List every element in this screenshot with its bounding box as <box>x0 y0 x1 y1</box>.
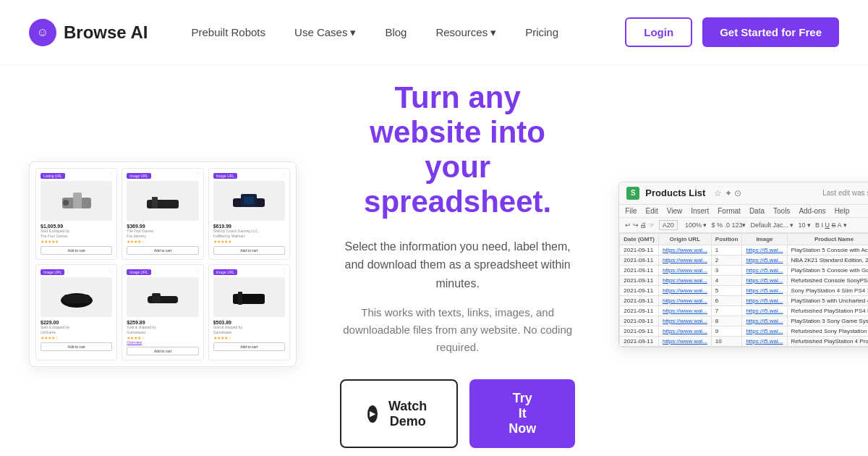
spreadsheet-menubar: File Edit View Insert Format Data Tools … <box>619 205 868 218</box>
nav-prebuilt-robots[interactable]: Prebuilt Robots <box>191 26 265 38</box>
table-row: 2021-09-11 https://www.wal... 7 https://… <box>620 305 868 316</box>
chevron-down-icon: ▾ <box>350 26 356 39</box>
spreadsheet: S Products List ☆ ✦ ⊙ Last edit was seco… <box>618 182 868 347</box>
logo-text: Browse AI <box>64 22 148 43</box>
svg-point-1 <box>63 200 69 206</box>
product-image <box>213 277 285 317</box>
svg-rect-9 <box>63 295 90 303</box>
add-to-cart-button[interactable]: Add to cart <box>41 246 112 255</box>
table-row: 2021-09-11 https://www.wal... 10 https:/… <box>620 336 868 346</box>
logo[interactable]: ☺ Browse AI <box>29 19 148 46</box>
last-edit-text: Last edit was seconds ago <box>822 189 868 197</box>
hero-copy: Turn any website into your spreadsheet. … <box>326 80 590 449</box>
navbar: ☺ Browse AI Prebuilt Robots Use Cases ▾ … <box>0 0 868 65</box>
svg-rect-13 <box>238 292 242 305</box>
col-image: Image <box>742 233 787 245</box>
table-row: 2021-09-11 https://www.wal... 5 https://… <box>620 285 868 295</box>
hero-section: ♡ Listing URL $1,005.99 Sold & shipped b… <box>0 65 868 456</box>
svg-rect-2 <box>73 193 82 208</box>
product-card: ♡ Image URL $369.99 The Tour GamesFss de… <box>122 168 203 260</box>
heart-icon: ♡ <box>195 172 200 178</box>
product-image <box>41 181 112 221</box>
play-icon: ▶ <box>367 405 378 423</box>
add-to-cart-button[interactable]: Add to cart <box>127 347 198 355</box>
spreadsheet-topbar: S Products List ☆ ✦ ⊙ Last edit was seco… <box>619 182 868 205</box>
product-image <box>127 181 198 221</box>
spreadsheet-toolbar: ↩ ↪ 🖨 ☞ A20 100% ▾ $ % .0 123▾ Default J… <box>619 218 868 233</box>
add-to-cart-button[interactable]: Add to cart <box>41 342 112 351</box>
product-mockup: ♡ Listing URL $1,005.99 Sold & shipped b… <box>29 161 297 367</box>
col-name: Product Name <box>787 233 868 245</box>
watch-demo-button[interactable]: ▶ Watch Demo <box>340 379 458 448</box>
heart-icon: ♡ <box>109 268 114 274</box>
chevron-down-icon: ▾ <box>490 26 496 39</box>
product-image <box>41 277 112 317</box>
hero-title: Turn any website into your spreadsheet. <box>340 80 575 220</box>
heart-icon: ♡ <box>281 172 286 178</box>
nav-blog[interactable]: Blog <box>385 26 407 38</box>
table-row: 2021-09-11 https://www.wal... 4 https://… <box>620 275 868 285</box>
spreadsheet-title: Products List <box>645 187 705 198</box>
hero-buttons: ▶ Watch Demo Try It Now <box>340 379 575 448</box>
data-table: Date (GMT) Origin URL Position Image Pro… <box>619 233 868 347</box>
get-started-button[interactable]: Get Started for Free <box>702 17 839 47</box>
heart-icon: ♡ <box>109 172 114 178</box>
nav-actions: Login Get Started for Free <box>625 17 839 47</box>
cell-reference[interactable]: A20 <box>659 220 678 230</box>
col-origin: Origin URL <box>659 233 712 245</box>
table-row: 2021-09-11 https://www.wal... 3 https://… <box>620 265 868 275</box>
table-row: 2021-09-11 https://www.wal... 6 https://… <box>620 295 868 305</box>
table-row: 2021-09-11 https://www.wal... 9 https://… <box>620 326 868 336</box>
table-row: 2021-09-11 https://www.wal... 8 https://… <box>620 316 868 326</box>
product-card: ♡ Image URL $503.89 Sold & shipped byGam… <box>208 264 290 360</box>
svg-rect-7 <box>244 197 254 204</box>
heart-icon: ♡ <box>281 268 286 274</box>
product-card: ♡ Image URL $619.99 Sold by Coach Gaming… <box>208 168 290 260</box>
col-position: Position <box>711 233 742 245</box>
svg-point-14 <box>255 296 260 302</box>
svg-rect-11 <box>152 293 161 303</box>
product-image <box>213 181 285 221</box>
add-to-cart-button[interactable]: Add to cart <box>127 246 198 255</box>
svg-rect-3 <box>147 200 179 208</box>
nav-links: Prebuilt Robots Use Cases ▾ Blog Resourc… <box>191 26 625 39</box>
product-grid: ♡ Listing URL $1,005.99 Sold & shipped b… <box>29 161 297 367</box>
product-image <box>127 277 198 317</box>
add-to-cart-button[interactable]: Add to cart <box>213 246 285 255</box>
hero-extra-text: This works with texts, links, images, an… <box>340 304 575 356</box>
col-date: Date (GMT) <box>620 233 659 245</box>
table-row: 2021-09-11 https://www.wal... 1 https://… <box>620 245 868 255</box>
login-button[interactable]: Login <box>625 17 692 47</box>
product-card: ♡ Listing URL $1,005.99 Sold & shipped b… <box>35 168 117 260</box>
nav-use-cases[interactable]: Use Cases ▾ <box>294 26 356 39</box>
logo-icon: ☺ <box>29 19 56 46</box>
heart-icon: ♡ <box>195 268 200 274</box>
table-row: 2021-09-11 https://www.wal... 2 https://… <box>620 255 868 265</box>
add-to-cart-button[interactable]: Add to cart <box>213 342 285 351</box>
nav-pricing[interactable]: Pricing <box>525 26 558 38</box>
product-card: ♡ Image URL $259.89 Sold & shipped byGam… <box>122 264 203 360</box>
nav-resources[interactable]: Resources ▾ <box>435 26 496 39</box>
svg-rect-4 <box>152 197 158 208</box>
try-it-now-button[interactable]: Try It Now <box>469 379 575 448</box>
hero-subtitle: Select the information you need, label t… <box>340 237 575 293</box>
product-card: ♡ Image URL $229.00 Sold & shipped byUni… <box>35 264 117 360</box>
spreadsheet-mockup: S Products List ☆ ✦ ⊙ Last edit was seco… <box>618 182 868 347</box>
google-sheets-icon: S <box>626 187 639 200</box>
